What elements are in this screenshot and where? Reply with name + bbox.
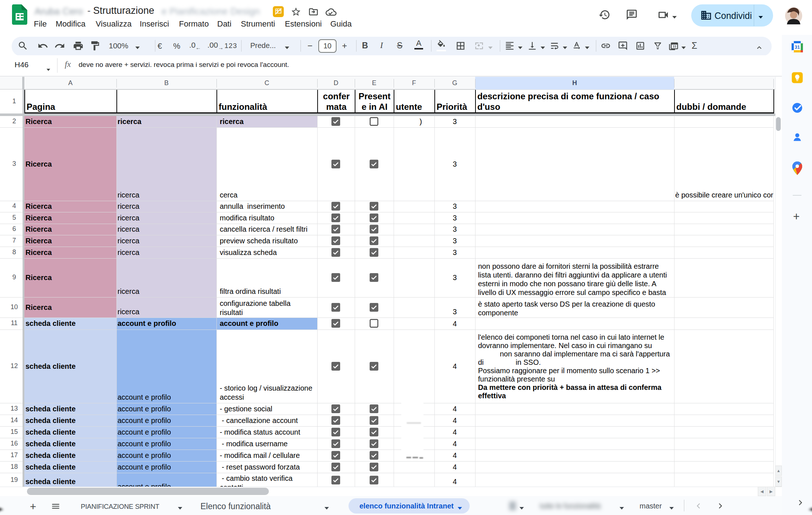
svg-text:31: 31 (795, 44, 800, 50)
